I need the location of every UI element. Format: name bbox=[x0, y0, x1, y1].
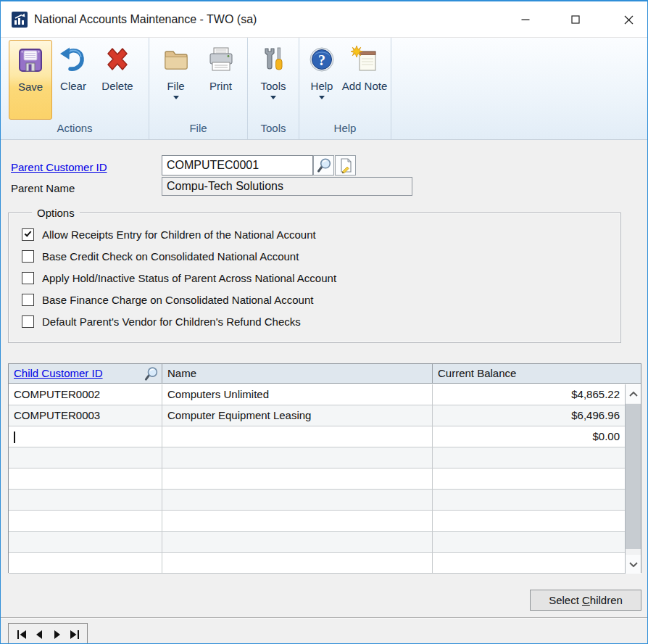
cell-child-id[interactable] bbox=[9, 468, 162, 489]
child-customers-table: Child Customer ID Name Current Balance C… bbox=[8, 363, 641, 573]
clear-undo-icon bbox=[59, 45, 88, 74]
child-customer-id-link[interactable]: Child Customer ID bbox=[14, 367, 103, 379]
cell-name[interactable] bbox=[162, 426, 433, 447]
previous-record-button[interactable] bbox=[33, 629, 45, 640]
cell-balance[interactable] bbox=[433, 532, 625, 552]
help-menu-button[interactable]: ? Help bbox=[302, 40, 341, 120]
footer-divider bbox=[1, 617, 648, 619]
cell-child-id[interactable]: COMPUTER0003 bbox=[9, 405, 162, 426]
add-note-icon bbox=[350, 45, 379, 74]
delete-x-icon bbox=[103, 45, 132, 74]
table-row-empty bbox=[9, 490, 625, 511]
cell-child-id[interactable] bbox=[9, 511, 162, 531]
next-record-button[interactable] bbox=[51, 629, 62, 640]
last-record-icon bbox=[69, 629, 80, 640]
cell-name[interactable] bbox=[162, 490, 433, 510]
chevron-down-icon bbox=[628, 561, 639, 568]
dropdown-arrow-icon bbox=[270, 96, 276, 99]
tools-menu-button[interactable]: Tools bbox=[251, 40, 296, 120]
cell-name[interactable] bbox=[162, 511, 433, 531]
add-note-button[interactable]: Add Note bbox=[341, 40, 388, 120]
cell-child-id[interactable] bbox=[9, 447, 162, 468]
table-header: Child Customer ID Name Current Balance bbox=[9, 364, 641, 384]
parent-lookup-button[interactable] bbox=[313, 155, 334, 176]
select-children-button[interactable]: Select Children bbox=[530, 590, 641, 611]
ribbon-toolbar: Save Clear Delete Actions bbox=[1, 37, 647, 140]
ribbon-filler bbox=[391, 38, 647, 139]
parent-name-label: Parent Name bbox=[11, 182, 75, 194]
cell-balance[interactable] bbox=[433, 447, 625, 468]
table-row-empty bbox=[9, 511, 625, 532]
help-question-icon: ? bbox=[307, 45, 336, 74]
table-row-empty bbox=[9, 532, 625, 553]
scroll-down-button[interactable] bbox=[626, 555, 641, 574]
table-body: COMPUTER0002 Computers Unlimited $4,865.… bbox=[9, 384, 625, 574]
parent-customer-id-link[interactable]: Parent Customer ID bbox=[11, 161, 107, 173]
text-caret bbox=[14, 432, 15, 443]
parent-customer-id-field[interactable]: COMPUTEC0001 bbox=[162, 155, 313, 176]
delete-button[interactable]: Delete bbox=[94, 40, 141, 120]
column-header-name: Name bbox=[162, 364, 433, 383]
last-record-button[interactable] bbox=[68, 629, 80, 640]
previous-record-icon bbox=[34, 629, 45, 640]
ribbon-group-tools-label: Tools bbox=[248, 120, 299, 139]
print-button[interactable]: Print bbox=[199, 40, 244, 120]
minimize-button[interactable] bbox=[509, 1, 542, 38]
table-row-empty bbox=[9, 468, 625, 490]
cell-balance[interactable] bbox=[433, 553, 625, 573]
cell-name[interactable] bbox=[162, 532, 433, 552]
cell-balance[interactable]: $4,865.22 bbox=[433, 384, 625, 405]
cell-balance[interactable] bbox=[433, 511, 625, 531]
clear-button[interactable]: Clear bbox=[52, 40, 94, 120]
cell-balance[interactable]: $6,496.96 bbox=[433, 405, 625, 426]
attach-note-button[interactable] bbox=[335, 155, 356, 176]
cell-child-id[interactable] bbox=[9, 490, 162, 510]
clear-label: Clear bbox=[60, 80, 86, 92]
magnifier-icon[interactable] bbox=[144, 366, 159, 381]
option-label: Allow Receipts Entry for Children of the… bbox=[42, 228, 316, 241]
cell-name[interactable]: Computers Unlimited bbox=[162, 384, 433, 405]
cell-child-id-editing[interactable] bbox=[9, 426, 162, 447]
app-chart-icon bbox=[12, 12, 28, 28]
minimize-icon bbox=[521, 15, 530, 24]
table-row-empty bbox=[9, 553, 625, 574]
vertical-scrollbar[interactable] bbox=[625, 384, 641, 574]
close-button[interactable] bbox=[612, 1, 645, 38]
credit-check-checkbox[interactable] bbox=[22, 250, 34, 263]
cell-balance[interactable]: $0.00 bbox=[433, 426, 625, 447]
select-children-mnemonic: C bbox=[582, 594, 590, 606]
first-record-icon bbox=[17, 629, 28, 640]
scrollbar-thumb[interactable] bbox=[626, 404, 641, 549]
cell-name[interactable] bbox=[162, 468, 433, 489]
option-row: Base Credit Check on Consolidated Nation… bbox=[22, 249, 299, 263]
scroll-up-button[interactable] bbox=[626, 384, 641, 403]
note-page-icon bbox=[338, 157, 354, 173]
option-label: Base Credit Check on Consolidated Nation… bbox=[42, 250, 299, 263]
default-vendor-checkbox[interactable] bbox=[22, 315, 34, 328]
ribbon-group-file-label: File bbox=[149, 120, 247, 139]
save-button[interactable]: Save bbox=[9, 40, 52, 120]
ribbon-group-tools: Tools Tools bbox=[248, 38, 299, 139]
cell-balance[interactable] bbox=[433, 468, 625, 489]
print-label: Print bbox=[209, 80, 232, 92]
finance-charge-checkbox[interactable] bbox=[22, 294, 34, 306]
svg-text:?: ? bbox=[318, 52, 325, 68]
record-navigation bbox=[8, 623, 88, 644]
check-icon bbox=[25, 229, 32, 236]
cell-child-id[interactable]: COMPUTER0002 bbox=[9, 384, 162, 405]
cell-child-id[interactable] bbox=[9, 553, 162, 573]
hold-inactive-checkbox[interactable] bbox=[22, 272, 34, 284]
file-menu-button[interactable]: File bbox=[154, 40, 199, 120]
cell-name[interactable] bbox=[162, 553, 433, 573]
allow-receipts-checkbox[interactable] bbox=[22, 228, 34, 241]
cell-child-id[interactable] bbox=[9, 532, 162, 552]
option-row: Default Parent's Vendor for Children's R… bbox=[22, 314, 301, 329]
options-group-title: Options bbox=[32, 207, 80, 219]
table-row: COMPUTER0002 Computers Unlimited $4,865.… bbox=[9, 384, 625, 405]
maximize-button[interactable] bbox=[559, 1, 592, 38]
first-record-button[interactable] bbox=[16, 629, 28, 640]
cell-balance[interactable] bbox=[433, 490, 625, 510]
cell-name[interactable] bbox=[162, 447, 433, 468]
ribbon-group-help: ? Help Add Note He bbox=[299, 38, 391, 139]
cell-name[interactable]: Computer Equipment Leasing bbox=[162, 405, 433, 426]
